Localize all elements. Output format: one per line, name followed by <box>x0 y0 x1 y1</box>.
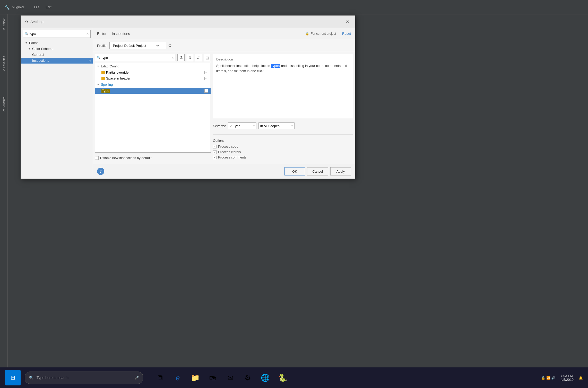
dialog-body: 🔍 ✕ ▼ Editor ▼ Color Scheme General <box>21 28 355 179</box>
description-panel: Description Spellchecker inspection help… <box>213 54 353 162</box>
time: 7:03 PM <box>560 374 574 378</box>
nav-item-general[interactable]: General <box>21 52 93 58</box>
option-checkbox-process-comments[interactable] <box>213 156 217 159</box>
photos-icon[interactable]: 🌐 <box>257 370 273 385</box>
insp-item-typo[interactable]: Typo <box>95 88 211 94</box>
nav-item-color-scheme[interactable]: ▼ Color Scheme <box>21 46 93 52</box>
disable-label: Disable new inspections by default <box>100 156 151 160</box>
menu-file[interactable]: File <box>34 5 39 9</box>
option-checkbox-process-literals[interactable] <box>213 150 217 154</box>
start-button[interactable]: ⊞ <box>5 370 21 385</box>
insp-item-space-in-header[interactable]: Space in header <box>95 75 211 81</box>
microphone-icon: 🎤 <box>134 376 139 380</box>
notification-icon[interactable]: 🔔 <box>579 376 583 380</box>
inspections-content: 🔍 ✕ ⚗ ⇅ ⇵ ▤ ▼ EditorC <box>93 52 355 164</box>
ide-sidebar: 1: Project 2: Favorites Z: Structure <box>0 14 8 367</box>
dialog-footer: ? OK Cancel Apply <box>93 164 355 179</box>
option-label-process-literals: Process literals <box>218 150 241 154</box>
inspections-search-input[interactable] <box>102 56 172 60</box>
nav-item-inspections[interactable]: Inspections ⎘ <box>21 58 93 64</box>
explorer-icon[interactable]: 📁 <box>187 370 203 385</box>
insp-group-editorconfig-label: EditorConfig <box>101 64 119 68</box>
reset-button[interactable]: Reset <box>342 32 351 36</box>
settings-icon-taskbar[interactable]: ⚙ <box>240 370 255 385</box>
cancel-button[interactable]: Cancel <box>307 167 328 175</box>
insp-group-spelling[interactable]: ▼ Spelling <box>95 81 211 88</box>
right-panel: Editor › Inspections 🔒 For current proje… <box>93 28 355 179</box>
left-nav-panel: 🔍 ✕ ▼ Editor ▼ Color Scheme General <box>21 28 93 179</box>
nav-search-clear[interactable]: ✕ <box>86 32 89 36</box>
severity-value: Typo <box>233 124 240 128</box>
profile-gear-icon[interactable]: ⚙ <box>168 43 172 48</box>
severity-select[interactable]: ✓ Typo ▾ <box>228 122 256 129</box>
ide-menu: File Edit <box>34 5 51 9</box>
insp-item-partial-override[interactable]: Partial override <box>95 69 211 75</box>
taskbar-right: 🔒 📶 🔊 7:03 PM 4/5/2019 🔔 <box>541 374 583 382</box>
insp-search-icon: 🔍 <box>97 56 101 59</box>
inspections-search-box[interactable]: 🔍 ✕ <box>95 54 176 61</box>
profile-select[interactable]: Project Default Project <box>109 42 166 49</box>
profile-dropdown[interactable]: Project Default Project <box>112 43 160 48</box>
date: 4/5/2019 <box>560 378 574 382</box>
copy-icon: ⎘ <box>89 59 91 62</box>
profile-row: Profile: Project Default Project ⚙ <box>93 39 355 52</box>
inspections-tree: ▼ EditorConfig Partial override Spa <box>95 63 211 153</box>
nav-tree: ▼ Editor ▼ Color Scheme General Inspecti… <box>21 40 93 179</box>
ide-logo: 🔧 <box>4 4 10 10</box>
option-label-process-comments: Process comments <box>218 155 247 159</box>
insp-checkbox-typo[interactable] <box>204 89 208 93</box>
group-button[interactable]: ▤ <box>204 54 211 61</box>
task-view-button[interactable]: ⧉ <box>152 370 168 385</box>
close-button[interactable]: ✕ <box>344 18 351 25</box>
sidebar-tab-structure[interactable]: Z: Structure <box>1 95 6 113</box>
taskbar-search-icon: 🔍 <box>29 376 33 380</box>
ide-title: plugin-d <box>12 5 24 9</box>
scope-select[interactable]: In All Scopes ▾ <box>258 122 295 129</box>
option-process-literals: Process literals <box>213 150 353 154</box>
expand-all-button[interactable]: ⇅ <box>186 54 193 61</box>
mail-icon[interactable]: ✉ <box>222 370 238 385</box>
nav-item-editor[interactable]: ▼ Editor <box>21 40 93 46</box>
options-divider <box>213 134 353 135</box>
insp-group-spelling-label: Spelling <box>101 83 113 86</box>
sidebar-tab-project[interactable]: 1: Project <box>1 16 6 32</box>
store-icon[interactable]: 🛍 <box>205 370 220 385</box>
disable-checkbox[interactable] <box>95 156 99 160</box>
insp-group-editorconfig[interactable]: ▼ EditorConfig <box>95 63 211 69</box>
filter-row: 🔍 ✕ ⚗ ⇅ ⇵ ▤ <box>95 54 211 61</box>
insp-checkbox[interactable] <box>204 71 208 74</box>
system-icons: 🔒 📶 🔊 <box>541 376 555 380</box>
nav-search-box[interactable]: 🔍 ✕ <box>23 30 91 38</box>
expand-icon: ▼ <box>25 41 28 44</box>
sidebar-tab-favorites[interactable]: 2: Favorites <box>1 54 6 73</box>
ok-button[interactable]: OK <box>284 167 305 175</box>
filter-button[interactable]: ⚗ <box>177 54 185 61</box>
desc-highlight: typos <box>271 64 280 68</box>
settings-dialog: ⚙ Settings ✕ 🔍 ✕ ▼ Editor ▼ Color Scheme <box>21 15 355 179</box>
insp-search-clear[interactable]: ✕ <box>172 56 174 59</box>
options-section: Options Process code Process literals Pr… <box>213 138 353 162</box>
collapse-all-button[interactable]: ⇵ <box>195 54 202 61</box>
insp-item-typo-label: Typo <box>101 89 204 93</box>
insp-item-label: Partial override <box>106 70 204 74</box>
nav-item-color-scheme-label: Color Scheme <box>32 47 53 51</box>
menu-edit[interactable]: Edit <box>46 5 51 9</box>
apply-button[interactable]: Apply <box>330 167 351 175</box>
help-button[interactable]: ? <box>97 168 104 175</box>
description-box: Description Spellchecker inspection help… <box>213 54 353 118</box>
group-expand-spelling: ▼ <box>97 83 99 86</box>
option-label-process-code: Process code <box>218 145 238 148</box>
profile-label: Profile: <box>97 44 107 48</box>
severity-row: Severity: ✓ Typo ▾ In All Scopes ▾ <box>213 120 353 131</box>
scope-value: In All Scopes <box>260 124 280 128</box>
edge-icon[interactable]: ℯ <box>170 370 185 385</box>
nav-search-input[interactable] <box>30 32 86 36</box>
taskbar-search[interactable]: 🔍 Type here to search 🎤 <box>25 372 143 384</box>
insp-checkbox[interactable] <box>204 77 208 80</box>
disable-row: Disable new inspections by default <box>95 154 211 162</box>
option-checkbox-process-code[interactable] <box>213 145 217 148</box>
pycharm-icon[interactable]: 🐍 <box>275 370 290 385</box>
breadcrumb-separator: › <box>109 32 110 36</box>
dialog-title: Settings <box>30 20 344 24</box>
description-title: Description <box>216 57 350 61</box>
